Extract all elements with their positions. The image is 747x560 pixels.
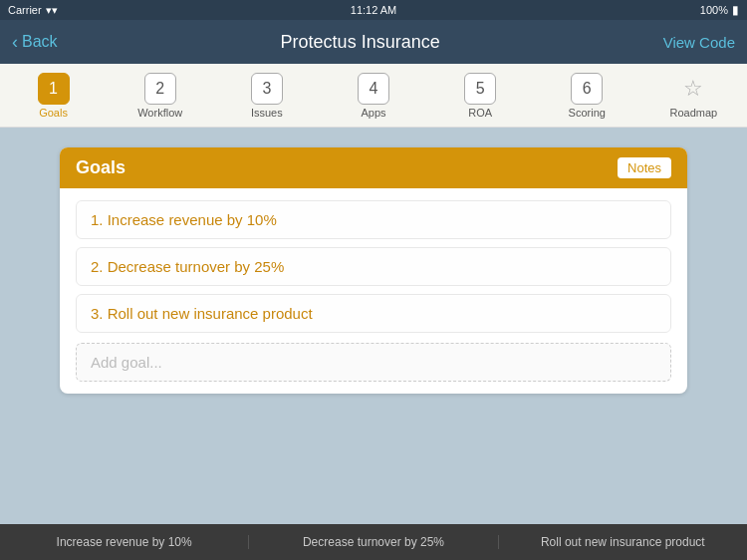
tab-label-scoring: Scoring [569,107,606,119]
status-time: 11:12 AM [351,4,396,16]
tab-roadmap[interactable]: ☆ Roadmap [648,73,738,119]
goals-list: 1. Increase revenue by 10% 2. Decrease t… [60,188,687,394]
tab-number-roa: 5 [464,73,496,105]
tab-label-apps: Apps [361,107,385,119]
tab-goals[interactable]: 1 Goals [9,73,99,119]
notes-button[interactable]: Notes [618,157,671,178]
tab-label-roa: ROA [468,107,492,119]
status-right: 100% ▮ [700,3,739,17]
back-arrow-icon: ‹ [12,32,18,53]
nav-bar: ‹ Back Protectus Insurance View Code [0,20,747,64]
wifi-icon: ▾▾ [46,4,58,17]
battery-icon: ▮ [732,3,739,17]
tab-issues[interactable]: 3 Issues [222,73,312,119]
tab-number-workflow: 2 [144,73,176,105]
main-content: Goals Notes 1. Increase revenue by 10% 2… [0,128,747,524]
goal-item-3[interactable]: 3. Roll out new insurance product [76,294,671,333]
bottom-item-3: Roll out new insurance product [499,535,747,549]
tab-number-scoring: 6 [571,73,603,105]
goals-header: Goals Notes [60,147,687,188]
carrier-label: Carrier [8,4,42,16]
tab-label-roadmap: Roadmap [670,107,718,119]
tab-number-issues: 3 [251,73,283,105]
bottom-item-1: Increase revenue by 10% [0,535,249,549]
add-goal-input[interactable]: Add goal... [76,343,671,382]
goals-card: Goals Notes 1. Increase revenue by 10% 2… [60,147,687,394]
back-button[interactable]: ‹ Back [12,32,58,53]
status-left: Carrier ▾▾ [8,4,58,17]
nav-title: Protectus Insurance [281,32,440,53]
bottom-item-2: Decrease turnover by 25% [249,535,498,549]
status-bar: Carrier ▾▾ 11:12 AM 100% ▮ [0,0,747,20]
tab-label-goals: Goals [39,107,68,119]
tab-scoring[interactable]: 6 Scoring [542,73,631,119]
goal-item-1[interactable]: 1. Increase revenue by 10% [76,200,671,239]
battery-label: 100% [700,4,728,16]
tab-apps[interactable]: 4 Apps [329,73,418,119]
tab-roa[interactable]: 5 ROA [435,73,525,119]
back-label: Back [22,33,58,51]
view-code-button[interactable]: View Code [663,34,735,51]
goals-header-title: Goals [76,157,125,178]
tab-bar: 1 Goals 2 Workflow 3 Issues 4 Apps 5 ROA… [0,64,747,128]
tab-label-workflow: Workflow [137,107,182,119]
goal-item-2[interactable]: 2. Decrease turnover by 25% [76,247,671,286]
tab-number-goals: 1 [38,73,70,105]
tab-number-apps: 4 [358,73,389,105]
star-icon: ☆ [677,73,709,105]
tab-workflow[interactable]: 2 Workflow [116,73,205,119]
bottom-bar: Increase revenue by 10% Decrease turnove… [0,524,747,560]
tab-label-issues: Issues [251,107,283,119]
